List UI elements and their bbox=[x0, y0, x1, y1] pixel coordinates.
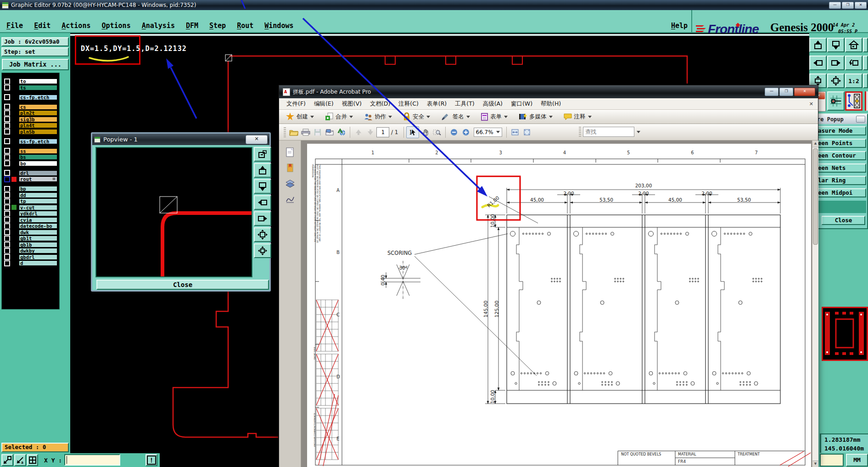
layer-visibility-checkbox[interactable] bbox=[4, 254, 10, 260]
grid-toggle-button[interactable] bbox=[27, 454, 38, 466]
menu-edit[interactable]: Edit bbox=[34, 22, 50, 30]
zoom-level-select[interactable]: 66.7% bbox=[474, 128, 502, 137]
acrobat-menu-view[interactable]: 视图(V) bbox=[342, 100, 362, 108]
fit-page-button[interactable] bbox=[521, 127, 533, 138]
upload-document-button[interactable] bbox=[336, 127, 347, 138]
document-area[interactable]: 1234567 ABCDE 203,00 45,00 2,00 53,50 2,… bbox=[301, 141, 812, 467]
acrobat-titlebar[interactable]: A 拼板.pdf - Adobe Acrobat Pro — ❐ ✕ bbox=[279, 85, 818, 98]
layer-name[interactable]: cs-fp.etch bbox=[19, 95, 57, 100]
layer-visibility-checkbox[interactable] bbox=[4, 260, 10, 266]
layer-name[interactable]: bo bbox=[19, 161, 57, 166]
pdf-page[interactable]: 1234567 ABCDE 203,00 45,00 2,00 53,50 2,… bbox=[307, 144, 811, 467]
layer-name[interactable]: dwk bbox=[19, 230, 57, 235]
measure-popup-item[interactable]: asure Mode bbox=[817, 126, 866, 135]
previous-view-button[interactable] bbox=[845, 56, 862, 70]
page-number-input[interactable] bbox=[376, 127, 389, 137]
measure-popup-box-icon[interactable] bbox=[856, 116, 865, 123]
layer-name[interactable]: datecode-bo bbox=[19, 223, 57, 229]
measure-popup-item[interactable]: lar Ring bbox=[817, 176, 866, 185]
xy-input[interactable] bbox=[64, 454, 120, 466]
pan-right-button[interactable] bbox=[827, 56, 845, 70]
layer-visibility-checkbox[interactable] bbox=[4, 186, 10, 192]
layer-name[interactable]: drl bbox=[19, 170, 57, 176]
layer-visibility-checkbox[interactable] bbox=[4, 236, 10, 242]
save-button[interactable] bbox=[312, 127, 324, 138]
layer-row[interactable]: to bbox=[2, 79, 59, 84]
menu-actions[interactable]: Actions bbox=[62, 22, 90, 30]
find-dropdown-icon[interactable] bbox=[637, 131, 640, 133]
layer-name[interactable]: pln2t bbox=[19, 110, 57, 116]
layer-row[interactable]: v-cut bbox=[2, 205, 59, 210]
marquee-zoom-button[interactable] bbox=[431, 127, 443, 138]
scrollbar-down-icon[interactable]: ▼ bbox=[812, 461, 818, 467]
popview-close-icon[interactable]: ✕ bbox=[246, 135, 268, 144]
layer-visibility-checkbox[interactable] bbox=[4, 79, 10, 84]
layer-row[interactable]: cs-fp.etch bbox=[2, 95, 59, 100]
layer-row[interactable]: ts bbox=[2, 85, 59, 90]
layer-row[interactable]: gb1b bbox=[2, 242, 59, 248]
layer-row[interactable]: cvia bbox=[2, 217, 59, 223]
popview-titlebar[interactable]: Popview - 1 ✕ bbox=[92, 134, 269, 145]
acrobat-menu-file[interactable]: 文件(F) bbox=[286, 100, 306, 108]
measure-popup-titlebar[interactable]: re Popup bbox=[817, 114, 867, 124]
multimedia-button[interactable]: 多媒体 bbox=[516, 112, 555, 122]
pan-left-button[interactable] bbox=[809, 56, 827, 70]
acrobat-menu-edit[interactable]: 编辑(E) bbox=[314, 100, 334, 108]
component-preview-tile[interactable] bbox=[822, 307, 868, 361]
acrobat-close-button[interactable]: ✕ bbox=[794, 88, 815, 96]
measure-popup-item[interactable]: een Contour bbox=[817, 151, 866, 160]
combine-button[interactable]: 合并 bbox=[323, 111, 355, 122]
netlist-button[interactable] bbox=[845, 91, 862, 111]
layer-visibility-checkbox[interactable] bbox=[4, 94, 10, 100]
layer-name[interactable]: gb1b bbox=[19, 242, 57, 248]
menu-file[interactable]: File bbox=[6, 22, 23, 30]
forms-button[interactable]: 表单 bbox=[479, 112, 510, 122]
layer-name[interactable]: gb1t bbox=[19, 236, 57, 241]
units-button[interactable]: MM bbox=[846, 454, 868, 467]
menu-windows[interactable]: Windows bbox=[264, 22, 293, 30]
layer-visibility-checkbox[interactable] bbox=[4, 129, 10, 135]
popview-fit-button[interactable] bbox=[254, 227, 271, 242]
minimize-button[interactable]: — bbox=[829, 2, 841, 9]
layer-name[interactable]: pln5b bbox=[19, 129, 57, 135]
open-button[interactable] bbox=[288, 127, 300, 138]
measure-popup-close-button[interactable]: Close bbox=[822, 216, 865, 225]
layer-visibility-checkbox[interactable] bbox=[4, 229, 10, 235]
layer-row[interactable]: rout ⊞ bbox=[2, 176, 59, 182]
menu-rout[interactable]: Rout bbox=[237, 22, 253, 30]
pages-panel-icon[interactable] bbox=[284, 147, 296, 158]
layer-visibility-checkbox[interactable] bbox=[4, 217, 10, 223]
measure-popup-item[interactable]: een Nets bbox=[817, 163, 866, 173]
layer-name[interactable]: to bbox=[19, 79, 57, 84]
layer-row[interactable]: gb1t bbox=[2, 236, 59, 241]
menu-step[interactable]: Step bbox=[209, 22, 226, 30]
email-button[interactable] bbox=[324, 127, 336, 138]
restore-button[interactable]: ❐ bbox=[842, 2, 854, 9]
partial-button-2[interactable] bbox=[863, 56, 868, 70]
home-view-button[interactable] bbox=[845, 38, 862, 52]
acrobat-menu-help[interactable]: 帮助(H) bbox=[541, 100, 561, 108]
secure-button[interactable]: 安全 bbox=[401, 111, 432, 122]
layer-name[interactable]: cvia bbox=[19, 217, 57, 223]
layer-row[interactable]: pln5b bbox=[2, 129, 59, 135]
comment-button[interactable]: 注释 bbox=[561, 112, 594, 122]
signatures-panel-icon[interactable] bbox=[284, 194, 296, 205]
layer-name[interactable]: ts bbox=[19, 85, 57, 90]
acrobat-menu-forms[interactable]: 表单(R) bbox=[427, 100, 447, 108]
popview-zoom-in-button[interactable] bbox=[254, 163, 271, 178]
layer-visibility-checkbox[interactable] bbox=[4, 148, 10, 154]
partial-button-4[interactable] bbox=[865, 91, 868, 111]
layer-row[interactable]: dwkby bbox=[2, 248, 59, 253]
layer-visibility-checkbox[interactable] bbox=[4, 104, 10, 110]
menu-dfm[interactable]: DFM bbox=[186, 22, 198, 30]
layer-visibility-checkbox[interactable] bbox=[4, 84, 10, 90]
layer-row[interactable]: ss-fp.etch bbox=[2, 139, 59, 144]
sign-button[interactable]: 签名 bbox=[439, 112, 472, 122]
menu-options[interactable]: Options bbox=[101, 22, 130, 30]
next-page-button[interactable] bbox=[364, 127, 376, 138]
zoom-out-button[interactable] bbox=[827, 38, 845, 52]
layer-row[interactable]: bo bbox=[2, 161, 59, 166]
layer-visibility-checkbox[interactable] bbox=[4, 211, 10, 217]
print-button[interactable] bbox=[300, 127, 312, 138]
partial-button-3[interactable] bbox=[863, 73, 868, 88]
